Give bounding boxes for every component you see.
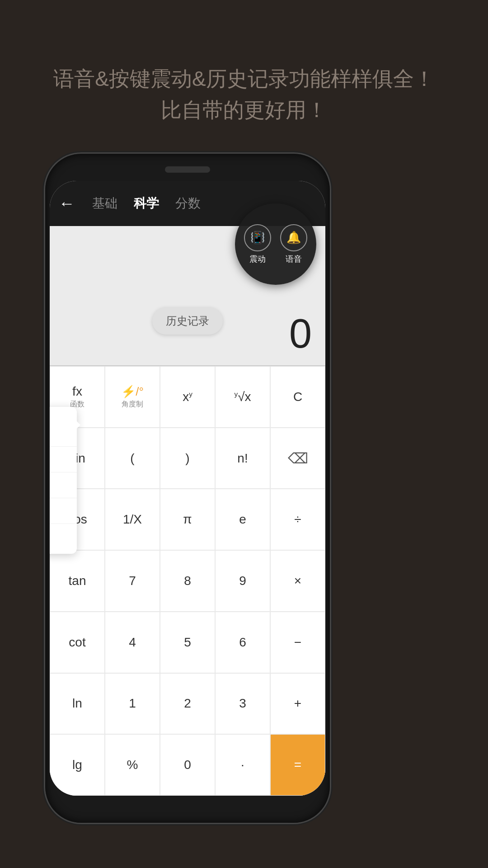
inv-sin[interactable]: sin-1	[50, 447, 77, 472]
key-6[interactable]: 6	[215, 612, 270, 673]
inv-cos[interactable]: cos-1	[50, 472, 77, 498]
key-add[interactable]: +	[270, 673, 325, 735]
inv-fx[interactable]: fx-1 反函数	[50, 411, 77, 447]
tab-science[interactable]: 科学	[134, 195, 159, 212]
key-divide[interactable]: ÷	[270, 489, 325, 550]
key-lg[interactable]: lg	[50, 734, 105, 796]
back-button[interactable]: ←	[59, 194, 75, 213]
history-button[interactable]: 历史记录	[152, 307, 223, 335]
key-7[interactable]: 7	[105, 550, 160, 612]
promo-line2: 比自带的更好用！	[0, 94, 488, 126]
vibrate-toggle[interactable]: 📳 震动	[244, 224, 271, 264]
key-cot[interactable]: cot	[50, 612, 105, 673]
tab-basic[interactable]: 基础	[92, 195, 117, 212]
speaker	[165, 166, 210, 173]
vibrate-icon: 📳	[244, 224, 271, 251]
key-2[interactable]: 2	[160, 673, 215, 735]
voice-icon: 🔔	[280, 224, 307, 251]
inverse-function-popup: fx-1 反函数 sin-1 cos-1 tan-1 cot-1	[50, 407, 77, 554]
key-reciprocal[interactable]: 1/X	[105, 489, 160, 550]
key-0[interactable]: 0	[160, 734, 215, 796]
tab-fraction[interactable]: 分数	[175, 195, 201, 212]
vibrate-label: 震动	[249, 254, 266, 264]
key-clear[interactable]: C	[270, 366, 325, 428]
inv-cot[interactable]: cot-1	[50, 524, 77, 549]
key-equals[interactable]: =	[270, 734, 325, 796]
promo-text: 语音&按键震动&历史记录功能样样俱全！ 比自带的更好用！	[0, 63, 488, 126]
key-power[interactable]: xy	[160, 366, 215, 428]
key-open-paren[interactable]: (	[105, 428, 160, 489]
key-dot[interactable]: ·	[215, 734, 270, 796]
voice-label: 语音	[286, 254, 302, 264]
display-value: 0	[289, 311, 312, 357]
key-angle[interactable]: ⚡/° 角度制	[105, 366, 160, 428]
key-root[interactable]: y√x	[215, 366, 270, 428]
key-close-paren[interactable]: )	[160, 428, 215, 489]
key-9[interactable]: 9	[215, 550, 270, 612]
key-e[interactable]: e	[215, 489, 270, 550]
key-5[interactable]: 5	[160, 612, 215, 673]
key-backspace[interactable]: ⌫	[270, 428, 325, 489]
phone-screen: ← 基础 科学 分数 📳 震动 🔔 语音 0 历史记录	[50, 181, 325, 796]
voice-toggle[interactable]: 🔔 语音	[280, 224, 307, 264]
popup-menu: 📳 震动 🔔 语音	[235, 203, 316, 285]
promo-line1: 语音&按键震动&历史记录功能样样俱全！	[0, 63, 488, 94]
phone-shell: ← 基础 科学 分数 📳 震动 🔔 语音 0 历史记录	[45, 154, 330, 823]
key-1[interactable]: 1	[105, 673, 160, 735]
key-factorial[interactable]: n!	[215, 428, 270, 489]
key-tan[interactable]: tan	[50, 550, 105, 612]
key-pi[interactable]: π	[160, 489, 215, 550]
inv-tan[interactable]: tan-1	[50, 498, 77, 524]
key-multiply[interactable]: ×	[270, 550, 325, 612]
key-4[interactable]: 4	[105, 612, 160, 673]
key-3[interactable]: 3	[215, 673, 270, 735]
key-percent[interactable]: %	[105, 734, 160, 796]
key-8[interactable]: 8	[160, 550, 215, 612]
key-ln[interactable]: ln	[50, 673, 105, 735]
keypad: fx 函数 ⚡/° 角度制 xy y√x C sin (	[50, 366, 325, 796]
key-subtract[interactable]: −	[270, 612, 325, 673]
